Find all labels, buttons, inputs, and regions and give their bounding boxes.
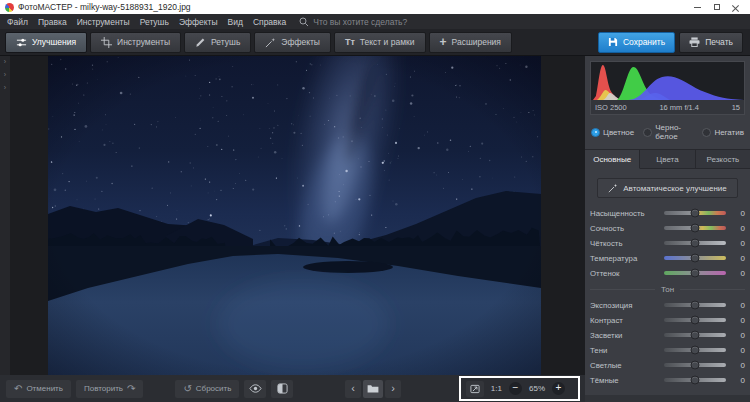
- mode-negative[interactable]: Негатив: [702, 128, 744, 137]
- menu-item[interactable]: Справка: [253, 17, 286, 27]
- slider-label: Тени: [590, 346, 664, 355]
- text-icon: Tт: [345, 37, 355, 47]
- radio-icon: [702, 128, 711, 137]
- auto-enhance-button[interactable]: Автоматическое улучшение: [597, 178, 738, 198]
- zoom-in-button[interactable]: +: [552, 382, 565, 395]
- slider-thumb[interactable]: [691, 269, 700, 278]
- slider-track[interactable]: [664, 271, 726, 275]
- next-photo-button[interactable]: ›: [385, 380, 401, 398]
- undo-button[interactable]: ↶ Отменить: [6, 380, 71, 398]
- slider-row: Светлые0: [590, 358, 745, 372]
- zoom-out-button[interactable]: −: [509, 382, 522, 395]
- slider-thumb[interactable]: [691, 254, 700, 263]
- zoom-controls-highlight: 1:1 − 65% +: [459, 376, 580, 401]
- magic-wand-icon: [608, 183, 618, 193]
- tab-effects[interactable]: Эффекты: [254, 32, 331, 53]
- slider-value: 0: [733, 301, 745, 310]
- menu-item[interactable]: Ретушь: [140, 17, 169, 27]
- slider-thumb[interactable]: [691, 224, 700, 233]
- sliders-tone-group: Экспозиция0Контраст0Засветки0Тени0Светлы…: [590, 297, 745, 388]
- main-tab-bar: Улучшения Инструменты Ретушь Эффекты Tт …: [0, 29, 750, 56]
- slider-thumb[interactable]: [691, 209, 700, 218]
- slider-thumb[interactable]: [691, 346, 700, 355]
- histogram-chart: [591, 62, 744, 100]
- menu-item[interactable]: Эффекты: [179, 17, 218, 27]
- minimize-button[interactable]: [688, 0, 707, 14]
- search-box[interactable]: Что вы хотите сделать?: [299, 17, 407, 27]
- save-icon: [608, 37, 618, 47]
- menu-item[interactable]: Правка: [38, 17, 67, 27]
- slider-track[interactable]: [664, 363, 726, 367]
- zoom-1-1-button[interactable]: 1:1: [491, 384, 502, 393]
- slider-track[interactable]: [664, 318, 726, 322]
- save-button[interactable]: Сохранить: [598, 32, 675, 53]
- exif-shutter: 15: [732, 103, 740, 112]
- slider-track[interactable]: [664, 256, 726, 260]
- previous-photo-button[interactable]: ‹: [345, 380, 361, 398]
- slider-label: Тёмные: [590, 376, 664, 385]
- slider-row: Экспозиция0: [590, 298, 745, 312]
- panel-footer-strip: [585, 395, 750, 402]
- crop-icon: [101, 37, 112, 48]
- undo-icon: ↶: [14, 384, 22, 394]
- slider-thumb[interactable]: [691, 301, 700, 310]
- eye-icon: [249, 384, 262, 393]
- slider-track[interactable]: [664, 226, 726, 230]
- panel-tab-colors[interactable]: Цвета: [640, 150, 695, 169]
- maximize-button[interactable]: [707, 0, 726, 14]
- slider-label: Температура: [590, 254, 664, 263]
- compare-split-icon: [277, 383, 288, 394]
- slider-value: 0: [733, 361, 745, 370]
- mode-black-white[interactable]: Черно-белое: [643, 123, 693, 141]
- open-folder-button[interactable]: [363, 380, 383, 398]
- panel-tab-basic[interactable]: Основные: [585, 150, 640, 169]
- mode-color[interactable]: Цветное: [591, 128, 634, 137]
- slider-track[interactable]: [664, 348, 726, 352]
- slider-value: 0: [733, 376, 745, 385]
- slider-label: Засветки: [590, 331, 664, 340]
- slider-track[interactable]: [664, 241, 726, 245]
- slider-thumb[interactable]: [691, 239, 700, 248]
- slider-thumb[interactable]: [691, 376, 700, 385]
- redo-icon: ↷: [127, 384, 135, 394]
- slider-value: 0: [733, 316, 745, 325]
- plus-icon: +: [440, 36, 447, 48]
- slider-thumb[interactable]: [691, 331, 700, 340]
- left-collapse-strip[interactable]: › › ›: [0, 56, 10, 375]
- menu-item[interactable]: Инструменты: [77, 17, 130, 27]
- slider-label: Контраст: [590, 316, 664, 325]
- toolbar-actions: Сохранить Печать: [598, 32, 743, 53]
- slider-label: Чёткость: [590, 239, 664, 248]
- redo-button[interactable]: Повторить ↷: [76, 380, 143, 398]
- panel-tab-sharpness[interactable]: Резкость: [696, 150, 750, 169]
- preview-original-button[interactable]: [244, 380, 266, 398]
- slider-track[interactable]: [664, 378, 726, 382]
- slider-thumb[interactable]: [691, 316, 700, 325]
- chevron-right-icon: ›: [4, 84, 6, 91]
- tab-extensions[interactable]: + Расширения: [429, 32, 512, 53]
- app-icon: [5, 3, 14, 12]
- slider-track[interactable]: [664, 211, 726, 215]
- tab-tools[interactable]: Инструменты: [90, 32, 181, 53]
- before-after-button[interactable]: [271, 380, 293, 398]
- menu-item[interactable]: Файл: [7, 17, 28, 27]
- photo-milky-way[interactable]: [48, 56, 541, 375]
- fit-to-screen-button[interactable]: [466, 381, 484, 397]
- exif-lens: 16 mm f/1.4: [659, 103, 699, 112]
- tab-improvements[interactable]: Улучшения: [5, 32, 87, 53]
- slider-label: Насыщенность: [590, 209, 664, 218]
- reset-button[interactable]: ↺ Сбросить: [175, 380, 239, 398]
- print-button[interactable]: Печать: [679, 32, 743, 53]
- slider-thumb[interactable]: [691, 361, 700, 370]
- slider-track[interactable]: [664, 303, 726, 307]
- menu-item[interactable]: Вид: [228, 17, 243, 27]
- title-bar: ФотоМАСТЕР - milky-way-5188931_1920.jpg: [0, 0, 750, 14]
- menu-bar: ФайлПравкаИнструментыРетушьЭффектыВидСпр…: [0, 14, 750, 29]
- close-button[interactable]: [726, 0, 745, 14]
- printer-icon: [689, 37, 700, 47]
- tab-text-frames[interactable]: Tт Текст и рамки: [334, 32, 426, 53]
- slider-label: Экспозиция: [590, 301, 664, 310]
- tab-retouch[interactable]: Ретушь: [184, 32, 251, 53]
- slider-track[interactable]: [664, 333, 726, 337]
- color-mode-group: Цветное Черно-белое Негатив: [591, 123, 744, 141]
